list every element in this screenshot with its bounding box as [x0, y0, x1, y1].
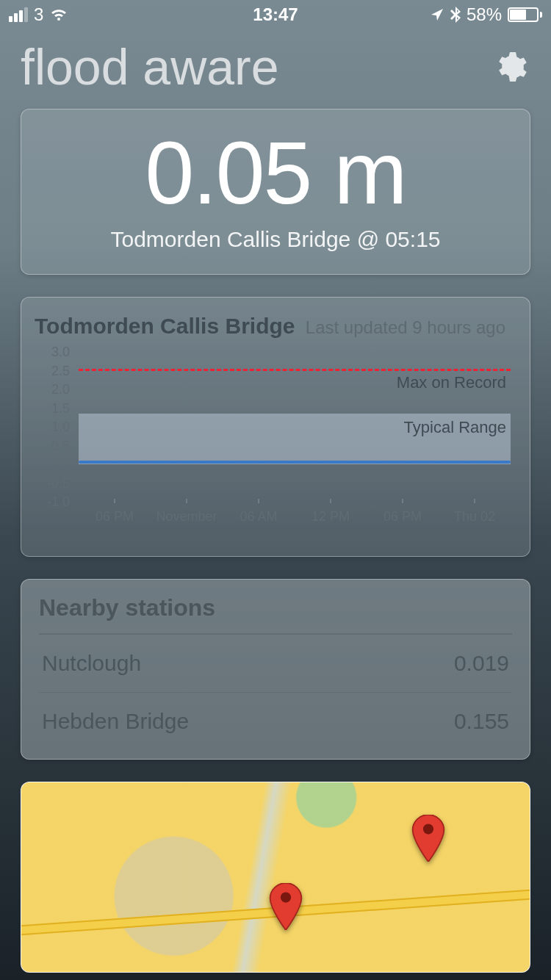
- svg-point-1: [422, 824, 433, 835]
- settings-button[interactable]: [489, 46, 530, 87]
- chart-y-axis: 3.02.52.01.51.00.50.0-0.5-1.0: [35, 352, 74, 531]
- x-tick: 06 AM: [240, 509, 277, 525]
- x-tick: Thu 02: [454, 509, 495, 525]
- map-pin[interactable]: [411, 815, 446, 862]
- battery-icon: [508, 7, 542, 22]
- y-tick: 2.5: [51, 363, 70, 378]
- nearby-row[interactable]: Hebden Bridge0.155: [39, 693, 512, 750]
- chart-updated: Last updated 9 hours ago: [306, 317, 505, 337]
- status-bar: 3 13:47 58%: [0, 0, 551, 29]
- x-tick: November: [156, 509, 217, 525]
- svg-point-0: [281, 893, 291, 903]
- nearby-name: Nutclough: [42, 651, 141, 676]
- nearby-list: Nutclough0.019Hebden Bridge0.155: [39, 635, 512, 750]
- y-tick: -0.5: [47, 475, 70, 491]
- chart-max-label: Max on Record: [397, 373, 506, 392]
- map-card[interactable]: [21, 782, 530, 973]
- chart-max-line: [79, 369, 511, 371]
- x-tick: 12 PM: [311, 509, 350, 525]
- chart-card[interactable]: Todmorden Callis Bridge Last updated 9 h…: [21, 297, 530, 557]
- y-tick: 1.5: [51, 400, 70, 416]
- y-tick: 0.5: [51, 438, 70, 453]
- status-time: 13:47: [253, 4, 298, 25]
- nearby-value: 0.155: [454, 709, 509, 734]
- chart-water-line: [79, 461, 511, 464]
- bluetooth-icon: [450, 7, 461, 23]
- chart-area: 3.02.52.01.51.00.50.0-0.5-1.0 Typical Ra…: [35, 352, 516, 531]
- location-icon: [430, 7, 444, 22]
- y-tick: 0.0: [51, 457, 70, 472]
- y-tick: 2.0: [51, 382, 70, 397]
- nearby-row[interactable]: Nutclough0.019: [39, 635, 512, 693]
- current-level-subtitle: Todmorden Callis Bridge @ 05:15: [29, 227, 522, 252]
- nearby-stations-card: Nearby stations Nutclough0.019Hebden Bri…: [21, 579, 530, 760]
- chart-typical-label: Typical Range: [404, 418, 506, 437]
- chart-x-axis: 06 PMNovember06 AM12 PM06 PMThu 02: [79, 505, 511, 531]
- battery-pct: 58%: [467, 4, 502, 25]
- chart-title: Todmorden Callis Bridge Last updated 9 h…: [35, 314, 516, 339]
- map-pin[interactable]: [268, 883, 303, 930]
- x-tick: 06 PM: [96, 509, 134, 525]
- x-tick: 06 PM: [383, 509, 422, 525]
- y-tick: 3.0: [51, 345, 70, 360]
- gear-icon: [492, 49, 527, 84]
- status-right: 58%: [430, 4, 542, 25]
- status-left: 3: [9, 4, 68, 25]
- chart-station-name: Todmorden Callis Bridge: [35, 314, 295, 338]
- current-level-value: 0.05 m: [29, 129, 522, 217]
- app-header: flood aware: [0, 29, 551, 101]
- y-tick: 1.0: [51, 419, 70, 435]
- app-title: flood aware: [21, 38, 279, 96]
- nearby-title: Nearby stations: [39, 594, 512, 635]
- carrier-label: 3: [34, 4, 43, 25]
- chart-plot: Typical Range Max on Record: [79, 352, 511, 502]
- current-level-card[interactable]: 0.05 m Todmorden Callis Bridge @ 05:15: [21, 109, 530, 275]
- nearby-value: 0.019: [454, 651, 509, 676]
- signal-icon: [9, 7, 28, 22]
- map-background: [21, 782, 530, 972]
- wifi-icon: [49, 7, 68, 22]
- y-tick: -1.0: [47, 494, 70, 510]
- nearby-name: Hebden Bridge: [42, 709, 189, 734]
